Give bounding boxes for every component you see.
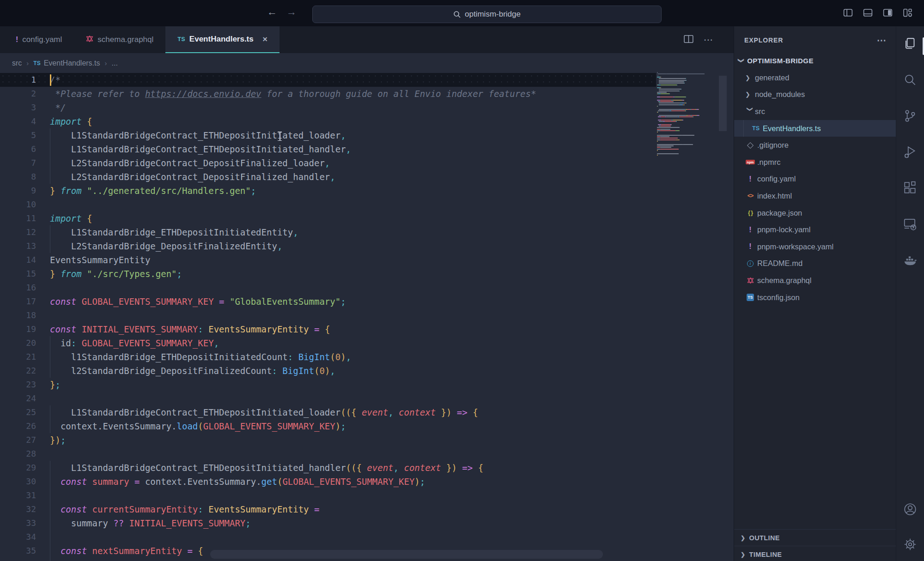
code-line-27[interactable]: 27}); [0, 433, 656, 447]
code-line-23[interactable]: 23}; [0, 378, 656, 392]
code-line-11[interactable]: 11import { [0, 211, 656, 225]
nav-forward-button[interactable]: → [286, 6, 297, 18]
file-row-eventhandlers-ts[interactable]: TSEventHandlers.ts [734, 120, 896, 137]
tab-config-yaml[interactable]: ! config.yaml [4, 26, 74, 53]
vertical-scrollbar[interactable] [719, 76, 727, 131]
file-row--npmrc[interactable]: npm.npmrc [734, 154, 896, 171]
toggle-panel-left-icon[interactable] [843, 7, 853, 18]
code-line-8[interactable]: 8 L2StandardBridgeContract_DepositFinali… [0, 170, 656, 184]
files-explorer-icon[interactable] [903, 36, 918, 51]
code-line-18[interactable]: 18 [0, 308, 656, 322]
code-line-30[interactable]: 30 const summary = context.EventsSummary… [0, 475, 656, 489]
line-number: 33 [0, 516, 36, 530]
file-row-package-json[interactable]: { }package.json [734, 205, 896, 222]
code-line-25[interactable]: 25 L1StandardBridgeContract_ETHDepositIn… [0, 405, 656, 419]
indent-guide [50, 489, 50, 502]
indent-guide [50, 156, 50, 170]
indent-guide [50, 364, 50, 378]
code-line-20[interactable]: 20 id: GLOBAL_EVENTS_SUMMARY_KEY, [0, 336, 656, 350]
outline-section[interactable]: ❯ OUTLINE [734, 529, 896, 546]
file-row-index-html[interactable]: <>index.html [734, 187, 896, 205]
customize-layout-icon[interactable] [902, 7, 913, 18]
breadcrumb-symbol[interactable]: ... [112, 59, 118, 67]
code-line-21[interactable]: 21 l1StandardBridge_ETHDepositInitiatedC… [0, 350, 656, 364]
code-line-5[interactable]: 5 L1StandardBridgeContract_ETHDepositIni… [0, 128, 656, 142]
code-line-19[interactable]: 19const INITIAL_EVENTS_SUMMARY: EventsSu… [0, 322, 656, 336]
nav-back-button[interactable]: ← [267, 6, 277, 18]
file-row-pnpm-lock-yaml[interactable]: !pnpm-lock.yaml [734, 221, 896, 238]
code-line-31[interactable]: 31 [0, 489, 656, 502]
breadcrumb-file[interactable]: EventHandlers.ts [44, 59, 100, 67]
split-editor-icon[interactable] [683, 33, 694, 47]
timeline-section[interactable]: ❯ TIMELINE [734, 546, 896, 561]
settings-gear-icon[interactable] [903, 537, 918, 552]
indent-guide [50, 170, 50, 184]
html-icon: <> [745, 193, 755, 199]
code-line-4[interactable]: 4import { [0, 115, 656, 128]
toggle-panel-bottom-icon[interactable] [863, 7, 873, 18]
code-line-12[interactable]: 12 L1StandardBridge_ETHDepositInitiatedE… [0, 225, 656, 239]
code-line-2[interactable]: 2 *Please refer to https://docs.envio.de… [0, 87, 656, 101]
breadcrumb-src[interactable]: src [12, 59, 22, 67]
code-line-29[interactable]: 29 L1StandardBridgeContract_ETHDepositIn… [0, 461, 656, 475]
chevron-down-icon: ❯ [747, 107, 754, 116]
npm-icon: npm [745, 160, 755, 164]
code-line-34[interactable]: 34 [0, 530, 656, 544]
code-line-17[interactable]: 17const GLOBAL_EVENTS_SUMMARY_KEY = "Glo… [0, 295, 656, 308]
run-debug-icon[interactable] [903, 145, 918, 159]
code-line-10[interactable]: 10 [0, 198, 656, 211]
line-number: 27 [0, 433, 36, 447]
line-number: 10 [0, 198, 36, 211]
file-label: .gitignore [757, 141, 789, 150]
account-icon[interactable] [903, 502, 918, 517]
tab-eventhandlers-ts[interactable]: TS EventHandlers.ts ✕ [165, 26, 280, 53]
close-tab-icon[interactable]: ✕ [262, 36, 268, 43]
remote-explorer-icon[interactable] [903, 217, 918, 231]
file-row-tsconfig-json[interactable]: TStsconfig.json [734, 289, 896, 306]
code-line-14[interactable]: 14EventsSummaryEntity [0, 253, 656, 267]
file-row-schema-graphql[interactable]: schema.graphql [734, 272, 896, 289]
code-line-28[interactable]: 28 [0, 447, 656, 461]
code-line-32[interactable]: 32 const currentSummaryEntity: EventsSum… [0, 502, 656, 516]
breadcrumb: src › TS EventHandlers.ts › ... [0, 53, 734, 73]
code-line-26[interactable]: 26 context.EventsSummary.load(GLOBAL_EVE… [0, 419, 656, 433]
file-row-generated[interactable]: ❯generated [734, 69, 896, 86]
file-row-src[interactable]: ❯src [734, 103, 896, 120]
code-line-15[interactable]: 15} from "./src/Types.gen"; [0, 267, 656, 281]
workspace-root-row[interactable]: ❯ OPTIMISM-BRIDGE [734, 52, 896, 69]
search-icon[interactable] [903, 72, 918, 87]
code-line-16[interactable]: 16 [0, 281, 656, 295]
code-line-13[interactable]: 13 L2StandardBridge_DepositFinalizedEnti… [0, 239, 656, 253]
file-row-config-yaml[interactable]: !config.yaml [734, 171, 896, 188]
file-row--gitignore[interactable]: .gitignore [734, 137, 896, 154]
line-number: 6 [0, 142, 36, 156]
code-line-9[interactable]: 9} from "../generated/src/Handlers.gen"; [0, 184, 656, 198]
code-editor[interactable]: 1/*2 *Please refer to https://docs.envio… [0, 73, 734, 561]
docker-icon[interactable] [903, 253, 918, 267]
code-line-33[interactable]: 33 summary ?? INITIAL_EVENTS_SUMMARY; [0, 516, 656, 530]
file-label: src [755, 107, 765, 116]
code-line-24[interactable]: 24 [0, 392, 656, 405]
line-number: 31 [0, 489, 36, 502]
extensions-icon[interactable] [903, 181, 918, 195]
minimap[interactable] [657, 72, 717, 156]
code-line-7[interactable]: 7 L2StandardBridgeContract_DepositFinali… [0, 156, 656, 170]
tab-schema-graphql[interactable]: schema.graphql [74, 26, 165, 53]
source-control-icon[interactable] [903, 109, 918, 123]
file-row-pnpm-workspace-yaml[interactable]: !pnpm-workspace.yaml [734, 238, 896, 255]
code-line-6[interactable]: 6 L1StandardBridgeContract_ETHDepositIni… [0, 142, 656, 156]
file-label: EventHandlers.ts [763, 124, 821, 133]
code-line-1[interactable]: 1/* [0, 73, 656, 87]
code-line-3[interactable]: 3 */ [0, 101, 656, 115]
file-row-node-modules[interactable]: ❯node_modules [734, 86, 896, 103]
explorer-more-actions-icon[interactable]: ⋯ [877, 35, 887, 46]
command-center-search[interactable]: optimism-bridge [312, 6, 662, 23]
horizontal-scrollbar[interactable] [210, 550, 603, 559]
editor-more-actions-icon[interactable]: ⋯ [704, 34, 713, 45]
toggle-panel-right-icon[interactable] [882, 7, 893, 18]
line-number: 22 [0, 364, 36, 378]
line-number: 24 [0, 392, 36, 405]
tab-label: config.yaml [22, 35, 62, 44]
code-line-22[interactable]: 22 l2StandardBridge_DepositFinalizedCoun… [0, 364, 656, 378]
file-row-readme-md[interactable]: iREADME.md [734, 255, 896, 272]
